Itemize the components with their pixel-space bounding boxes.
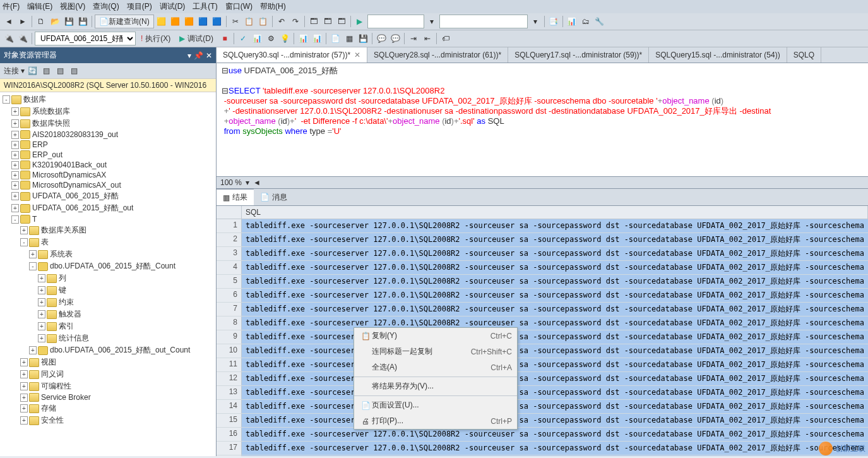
expand-toggle[interactable]: + bbox=[20, 394, 28, 402]
ctx-复制(Y)[interactable]: 📋复制(Y)Ctrl+C bbox=[354, 328, 517, 344]
cell-sql[interactable]: tablediff.exe -sourceserver 127.0.0.1\SQ… bbox=[242, 386, 868, 399]
cell-sql[interactable]: tablediff.exe -sourceserver 127.0.0.1\SQ… bbox=[242, 303, 868, 316]
save-icon[interactable]: 💾 bbox=[62, 15, 75, 28]
toolbox-icon[interactable]: 🗔 bbox=[335, 15, 348, 28]
oe-stop-icon[interactable]: ▤ bbox=[54, 64, 66, 77]
menu-件(F)[interactable]: 件(F) bbox=[3, 1, 20, 12]
db-engine-icon[interactable]: 🟨 bbox=[155, 15, 168, 28]
database-select[interactable]: UFDATA_006_2015_好酷 bbox=[35, 32, 136, 45]
table-row[interactable]: 3tablediff.exe -sourceserver 127.0.0.1\S… bbox=[217, 247, 868, 261]
expand-toggle[interactable]: + bbox=[11, 192, 19, 200]
tree-node[interactable]: +键 bbox=[0, 284, 216, 296]
intellisense-icon[interactable]: 💡 bbox=[278, 32, 291, 45]
pushpin-icon[interactable]: 📌 bbox=[194, 51, 203, 60]
expand-toggle[interactable]: - bbox=[11, 215, 19, 224]
cell-sql[interactable]: tablediff.exe -sourceserver 127.0.0.1\SQ… bbox=[242, 414, 868, 427]
tree-node[interactable]: +同义词 bbox=[0, 368, 216, 380]
estimated-plan-icon[interactable]: 📊 bbox=[251, 32, 263, 45]
client-stats-icon[interactable]: 📊 bbox=[311, 32, 323, 45]
table-row[interactable]: 12tablediff.exe -sourceserver 127.0.0.1\… bbox=[217, 372, 868, 386]
close-icon[interactable]: ✕ bbox=[206, 51, 212, 60]
include-plan-icon[interactable]: 📊 bbox=[297, 32, 309, 45]
tree-node[interactable]: -T bbox=[0, 214, 216, 224]
expand-toggle[interactable]: + bbox=[11, 171, 19, 179]
expand-toggle[interactable]: + bbox=[20, 416, 28, 425]
zoom-value[interactable]: 100 % bbox=[220, 178, 242, 187]
registered-servers-icon[interactable]: 📑 bbox=[547, 15, 560, 28]
tools-icon[interactable]: 🔧 bbox=[593, 15, 606, 28]
expand-toggle[interactable]: + bbox=[38, 298, 45, 306]
expand-toggle[interactable]: + bbox=[29, 346, 37, 354]
expand-toggle[interactable]: + bbox=[38, 322, 45, 330]
close-tab-icon[interactable]: ✕ bbox=[354, 51, 360, 59]
table-row[interactable]: 11tablediff.exe -sourceserver 127.0.0.1\… bbox=[217, 358, 868, 372]
expand-toggle[interactable]: + bbox=[38, 274, 45, 282]
results-file-icon[interactable]: 💾 bbox=[357, 32, 369, 45]
new-query-button[interactable]: 📄 新建查询(N) bbox=[95, 15, 154, 28]
disconnect-icon[interactable]: 🔌 bbox=[16, 32, 29, 45]
template-icon[interactable]: 🗂 bbox=[580, 15, 592, 28]
table-row[interactable]: 6tablediff.exe -sourceserver 127.0.0.1\S… bbox=[217, 289, 868, 303]
cell-sql[interactable]: tablediff.exe -sourceserver 127.0.0.1\SQ… bbox=[242, 428, 868, 441]
table-row[interactable]: 15tablediff.exe -sourceserver 127.0.0.1\… bbox=[217, 414, 868, 428]
expand-toggle[interactable]: + bbox=[20, 226, 28, 234]
menu-视图(V)[interactable]: 视图(V) bbox=[60, 1, 85, 12]
table-row[interactable]: 8tablediff.exe -sourceserver 127.0.0.1\S… bbox=[217, 316, 868, 330]
cell-sql[interactable]: tablediff.exe -sourceserver 127.0.0.1\SQ… bbox=[242, 316, 868, 330]
connect-button[interactable]: 连接 ▾ bbox=[4, 66, 25, 76]
mdx-icon[interactable]: 🟧 bbox=[183, 15, 196, 28]
menu-工具(T)[interactable]: 工具(T) bbox=[193, 1, 217, 12]
show-object-explorer-icon[interactable]: 🗔 bbox=[307, 15, 320, 28]
tree[interactable]: -数据库+系统数据库+数据库快照+AIS20180328083139_out+E… bbox=[0, 92, 216, 456]
ctx-打印(P)...[interactable]: 🖨打印(P)...Ctrl+P bbox=[354, 413, 517, 429]
tree-node[interactable]: +统计信息 bbox=[0, 332, 216, 344]
table-row[interactable]: 5tablediff.exe -sourceserver 127.0.0.1\S… bbox=[217, 275, 868, 289]
table-row[interactable]: 17tablediff.exe -sourceserver 127.0.0.1\… bbox=[217, 442, 868, 455]
editor-tab[interactable]: SQLQuery30.sql -...dministrator (57))*✕ bbox=[217, 47, 367, 63]
cell-sql[interactable]: tablediff.exe -sourceserver 127.0.0.1\SQ… bbox=[242, 233, 868, 246]
tree-node[interactable]: +视图 bbox=[0, 356, 216, 368]
tree-node[interactable]: +存储 bbox=[0, 402, 216, 414]
tree-node[interactable]: +数据库关系图 bbox=[0, 224, 216, 236]
oe-activity-icon[interactable]: ▤ bbox=[68, 64, 80, 77]
col-header-sql[interactable]: SQL bbox=[242, 206, 868, 219]
tree-node[interactable]: +列 bbox=[0, 272, 216, 284]
cell-sql[interactable]: tablediff.exe -sourceserver 127.0.0.1\SQ… bbox=[242, 247, 868, 260]
query-options-icon[interactable]: ⚙ bbox=[265, 32, 277, 45]
tree-node[interactable]: +索引 bbox=[0, 320, 216, 332]
execute-button[interactable]: !执行(X) bbox=[137, 32, 174, 45]
xmla-icon[interactable]: 🟦 bbox=[211, 15, 223, 28]
connect-icon[interactable]: 🔌 bbox=[3, 32, 15, 45]
menu-项目(P)[interactable]: 项目(P) bbox=[127, 1, 152, 12]
table-row[interactable]: 16tablediff.exe -sourceserver 127.0.0.1\… bbox=[217, 428, 868, 442]
menu-帮助(H)[interactable]: 帮助(H) bbox=[260, 1, 286, 12]
solution-config-select[interactable] bbox=[367, 15, 424, 28]
menu-bar[interactable]: 件(F)编辑(E)视图(V)查询(Q)项目(P)调试(D)工具(T)窗口(W)帮… bbox=[0, 0, 868, 13]
parse-icon[interactable]: ✓ bbox=[237, 32, 249, 45]
open-icon[interactable]: 📂 bbox=[49, 15, 61, 28]
table-row[interactable]: 2tablediff.exe -sourceserver 127.0.0.1\S… bbox=[217, 233, 868, 247]
table-row[interactable]: 7tablediff.exe -sourceserver 127.0.0.1\S… bbox=[217, 303, 868, 316]
expand-toggle[interactable]: - bbox=[3, 95, 10, 104]
cut-icon[interactable]: ✂ bbox=[229, 15, 242, 28]
tree-node[interactable]: +MicrosoftDynamicsAX_out bbox=[0, 180, 216, 190]
tree-node[interactable]: +触发器 bbox=[0, 308, 216, 320]
stop-icon[interactable]: ■ bbox=[218, 32, 231, 45]
expand-toggle[interactable]: + bbox=[38, 334, 45, 342]
cell-sql[interactable]: tablediff.exe -sourceserver 127.0.0.1\SQ… bbox=[242, 289, 868, 302]
menu-编辑(E)[interactable]: 编辑(E) bbox=[27, 1, 52, 12]
context-menu[interactable]: 📋复制(Y)Ctrl+C连同标题一起复制Ctrl+Shift+C全选(A)Ctr… bbox=[354, 327, 518, 430]
cell-sql[interactable]: tablediff.exe -sourceserver 127.0.0.1\SQ… bbox=[242, 219, 868, 232]
chevron-left-icon[interactable]: ◄ bbox=[253, 178, 261, 187]
menu-调试(D)[interactable]: 调试(D) bbox=[160, 1, 186, 12]
analysis-icon[interactable]: 🟧 bbox=[169, 15, 182, 28]
expand-toggle[interactable]: + bbox=[11, 119, 19, 128]
expand-toggle[interactable]: + bbox=[38, 286, 45, 294]
tree-node[interactable]: +UFDATA_006_2015_好酷_out bbox=[0, 202, 216, 214]
ctx-全选(A)[interactable]: 全选(A)Ctrl+A bbox=[354, 359, 517, 375]
cell-sql[interactable]: tablediff.exe -sourceserver 127.0.0.1\SQ… bbox=[242, 344, 868, 358]
tree-node[interactable]: +ERP bbox=[0, 140, 216, 150]
table-row[interactable]: 18tablediff.exe -sourceserver 127.0.0.1\… bbox=[217, 455, 868, 456]
tree-node[interactable]: +UFDATA_006_2015_好酷 bbox=[0, 190, 216, 202]
editor-tab[interactable]: SQLQ bbox=[787, 47, 821, 63]
